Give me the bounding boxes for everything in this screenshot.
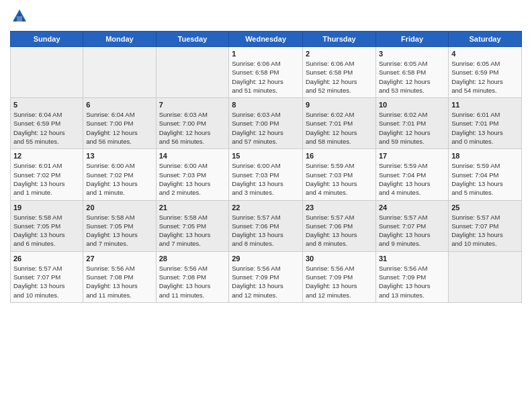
- calendar-day-cell: [83, 47, 156, 98]
- calendar-day-cell: 1Sunrise: 6:06 AM Sunset: 6:58 PM Daylig…: [229, 47, 303, 98]
- day-info: Sunrise: 5:58 AM Sunset: 7:05 PM Dayligh…: [86, 213, 152, 248]
- day-number: 23: [306, 203, 373, 212]
- day-info: Sunrise: 5:56 AM Sunset: 7:08 PM Dayligh…: [159, 264, 226, 300]
- svg-rect-2: [17, 16, 22, 21]
- weekday-header: Wednesday: [229, 32, 303, 47]
- day-info: Sunrise: 5:56 AM Sunset: 7:09 PM Dayligh…: [379, 264, 445, 300]
- calendar-week-row: 26Sunrise: 5:57 AM Sunset: 7:07 PM Dayli…: [11, 251, 522, 302]
- day-info: Sunrise: 6:00 AM Sunset: 7:03 PM Dayligh…: [159, 161, 226, 197]
- calendar-day-cell: 20Sunrise: 5:58 AM Sunset: 7:05 PM Dayli…: [83, 200, 156, 251]
- day-info: Sunrise: 6:03 AM Sunset: 7:00 PM Dayligh…: [159, 110, 226, 146]
- day-number: 7: [159, 101, 226, 109]
- day-number: 10: [379, 101, 445, 109]
- calendar-day-cell: 3Sunrise: 6:05 AM Sunset: 6:58 PM Daylig…: [375, 47, 448, 98]
- day-number: 6: [86, 101, 152, 109]
- day-number: 27: [86, 255, 152, 263]
- day-number: 9: [306, 101, 373, 109]
- calendar-day-cell: 25Sunrise: 5:57 AM Sunset: 7:07 PM Dayli…: [449, 200, 522, 251]
- day-info: Sunrise: 6:06 AM Sunset: 6:58 PM Dayligh…: [232, 59, 300, 95]
- day-number: 24: [379, 203, 445, 212]
- weekday-header: Thursday: [302, 32, 375, 47]
- calendar-day-cell: 17Sunrise: 5:59 AM Sunset: 7:04 PM Dayli…: [375, 149, 448, 200]
- calendar-day-cell: 27Sunrise: 5:56 AM Sunset: 7:08 PM Dayli…: [83, 251, 156, 302]
- page-header: [10, 7, 522, 26]
- calendar-day-cell: 12Sunrise: 6:01 AM Sunset: 7:02 PM Dayli…: [11, 149, 83, 200]
- day-number: 16: [306, 152, 373, 160]
- calendar-day-cell: 21Sunrise: 5:58 AM Sunset: 7:05 PM Dayli…: [156, 200, 229, 251]
- calendar-day-cell: 10Sunrise: 6:02 AM Sunset: 7:01 PM Dayli…: [375, 98, 448, 149]
- day-info: Sunrise: 6:04 AM Sunset: 6:59 PM Dayligh…: [13, 110, 80, 146]
- day-number: 13: [86, 152, 152, 160]
- day-number: 25: [451, 203, 519, 212]
- calendar-day-cell: 28Sunrise: 5:56 AM Sunset: 7:08 PM Dayli…: [156, 251, 229, 302]
- day-number: 2: [306, 50, 373, 58]
- day-info: Sunrise: 5:56 AM Sunset: 7:08 PM Dayligh…: [86, 264, 152, 300]
- day-info: Sunrise: 5:59 AM Sunset: 7:04 PM Dayligh…: [451, 161, 519, 197]
- calendar-week-row: 1Sunrise: 6:06 AM Sunset: 6:58 PM Daylig…: [11, 47, 522, 98]
- calendar-day-cell: [449, 251, 522, 302]
- calendar-day-cell: 11Sunrise: 6:01 AM Sunset: 7:01 PM Dayli…: [449, 98, 522, 149]
- calendar-week-row: 19Sunrise: 5:58 AM Sunset: 7:05 PM Dayli…: [11, 200, 522, 251]
- day-info: Sunrise: 5:57 AM Sunset: 7:07 PM Dayligh…: [451, 213, 519, 248]
- day-info: Sunrise: 6:01 AM Sunset: 7:01 PM Dayligh…: [451, 110, 519, 146]
- day-info: Sunrise: 5:57 AM Sunset: 7:06 PM Dayligh…: [306, 213, 373, 248]
- calendar-day-cell: 6Sunrise: 6:04 AM Sunset: 7:00 PM Daylig…: [83, 98, 156, 149]
- weekday-header: Saturday: [449, 32, 522, 47]
- calendar-day-cell: 26Sunrise: 5:57 AM Sunset: 7:07 PM Dayli…: [11, 251, 83, 302]
- calendar-day-cell: 5Sunrise: 6:04 AM Sunset: 6:59 PM Daylig…: [11, 98, 83, 149]
- weekday-header-row: SundayMondayTuesdayWednesdayThursdayFrid…: [11, 32, 522, 47]
- day-info: Sunrise: 6:05 AM Sunset: 6:58 PM Dayligh…: [379, 59, 445, 95]
- day-info: Sunrise: 6:00 AM Sunset: 7:03 PM Dayligh…: [232, 161, 300, 197]
- calendar-table: SundayMondayTuesdayWednesdayThursdayFrid…: [10, 31, 522, 303]
- weekday-header: Sunday: [11, 32, 83, 47]
- day-number: 12: [13, 152, 80, 160]
- day-number: 21: [159, 203, 226, 212]
- calendar-day-cell: 15Sunrise: 6:00 AM Sunset: 7:03 PM Dayli…: [229, 149, 303, 200]
- day-number: 30: [306, 255, 373, 263]
- day-number: 19: [13, 203, 80, 212]
- day-info: Sunrise: 5:57 AM Sunset: 7:07 PM Dayligh…: [13, 264, 80, 300]
- logo-icon: [10, 7, 29, 26]
- calendar-day-cell: [11, 47, 83, 98]
- day-info: Sunrise: 6:02 AM Sunset: 7:01 PM Dayligh…: [306, 110, 373, 146]
- logo: [10, 7, 32, 26]
- calendar-day-cell: 19Sunrise: 5:58 AM Sunset: 7:05 PM Dayli…: [11, 200, 83, 251]
- day-info: Sunrise: 5:58 AM Sunset: 7:05 PM Dayligh…: [159, 213, 226, 248]
- page-container: SundayMondayTuesdayWednesdayThursdayFrid…: [0, 0, 532, 310]
- day-info: Sunrise: 5:57 AM Sunset: 7:06 PM Dayligh…: [232, 213, 300, 248]
- calendar-week-row: 5Sunrise: 6:04 AM Sunset: 6:59 PM Daylig…: [11, 98, 522, 149]
- day-number: 3: [379, 50, 445, 58]
- calendar-day-cell: 31Sunrise: 5:56 AM Sunset: 7:09 PM Dayli…: [375, 251, 448, 302]
- calendar-day-cell: 18Sunrise: 5:59 AM Sunset: 7:04 PM Dayli…: [449, 149, 522, 200]
- day-number: 15: [232, 152, 300, 160]
- day-number: 17: [379, 152, 445, 160]
- calendar-day-cell: 23Sunrise: 5:57 AM Sunset: 7:06 PM Dayli…: [302, 200, 375, 251]
- calendar-day-cell: 22Sunrise: 5:57 AM Sunset: 7:06 PM Dayli…: [229, 200, 303, 251]
- calendar-day-cell: 13Sunrise: 6:00 AM Sunset: 7:02 PM Dayli…: [83, 149, 156, 200]
- weekday-header: Tuesday: [156, 32, 229, 47]
- day-number: 11: [451, 101, 519, 109]
- day-number: 28: [159, 255, 226, 263]
- day-number: 31: [379, 255, 445, 263]
- day-number: 29: [232, 255, 300, 263]
- day-info: Sunrise: 6:04 AM Sunset: 7:00 PM Dayligh…: [86, 110, 152, 146]
- day-info: Sunrise: 5:58 AM Sunset: 7:05 PM Dayligh…: [13, 213, 80, 248]
- day-info: Sunrise: 6:01 AM Sunset: 7:02 PM Dayligh…: [13, 161, 80, 197]
- calendar-week-row: 12Sunrise: 6:01 AM Sunset: 7:02 PM Dayli…: [11, 149, 522, 200]
- calendar-day-cell: 29Sunrise: 5:56 AM Sunset: 7:09 PM Dayli…: [229, 251, 303, 302]
- day-number: 4: [451, 50, 519, 58]
- calendar-day-cell: 9Sunrise: 6:02 AM Sunset: 7:01 PM Daylig…: [302, 98, 375, 149]
- day-number: 14: [159, 152, 226, 160]
- calendar-day-cell: 8Sunrise: 6:03 AM Sunset: 7:00 PM Daylig…: [229, 98, 303, 149]
- day-number: 26: [13, 255, 80, 263]
- day-info: Sunrise: 5:59 AM Sunset: 7:04 PM Dayligh…: [379, 161, 445, 197]
- calendar-day-cell: 7Sunrise: 6:03 AM Sunset: 7:00 PM Daylig…: [156, 98, 229, 149]
- day-info: Sunrise: 6:06 AM Sunset: 6:58 PM Dayligh…: [306, 59, 373, 95]
- day-number: 1: [232, 50, 300, 58]
- day-number: 5: [13, 101, 80, 109]
- day-info: Sunrise: 6:05 AM Sunset: 6:59 PM Dayligh…: [451, 59, 519, 95]
- day-info: Sunrise: 5:56 AM Sunset: 7:09 PM Dayligh…: [232, 264, 300, 300]
- day-info: Sunrise: 6:00 AM Sunset: 7:02 PM Dayligh…: [86, 161, 152, 197]
- weekday-header: Monday: [83, 32, 156, 47]
- day-info: Sunrise: 5:57 AM Sunset: 7:07 PM Dayligh…: [379, 213, 445, 248]
